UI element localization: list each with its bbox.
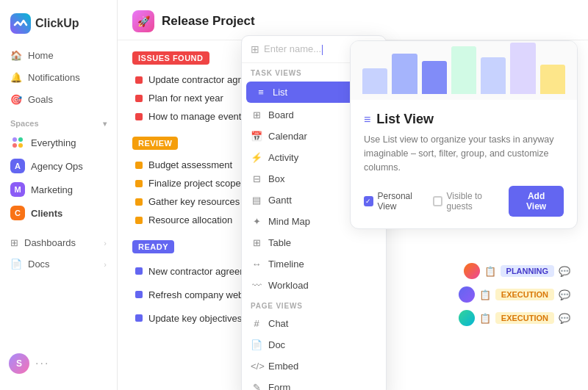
task-status-dot xyxy=(135,162,143,169)
sidebar-item-home-label: Home xyxy=(28,50,54,61)
home-icon: 🏠 xyxy=(10,49,22,61)
view-timeline[interactable]: ↔ Timeline xyxy=(242,253,386,275)
chevron-right-icon: › xyxy=(104,239,107,248)
sidebar-item-goals[interactable]: 🎯 Goals xyxy=(4,88,112,110)
activity-icon: ⚡ xyxy=(251,152,262,163)
view-picker-dropdown[interactable]: ⊞ Enter name... TASK VIEWS ≡ List ⊞ Boar… xyxy=(241,35,387,390)
view-embed-label: Embed xyxy=(268,361,298,372)
sidebar-item-goals-label: Goals xyxy=(28,94,53,105)
docs-icon: 📄 xyxy=(10,259,22,270)
sidebar-item-marketing[interactable]: M Marketing xyxy=(4,178,112,201)
task-text: Gather key resources xyxy=(148,196,240,207)
view-activity[interactable]: ⚡ Activity xyxy=(242,147,386,168)
view-chat[interactable]: # Chat xyxy=(242,313,386,334)
calendar-view-icon: 📅 xyxy=(251,131,262,142)
view-activity-label: Activity xyxy=(268,152,298,163)
task-text: How to manage event... xyxy=(148,111,249,122)
dropdown-search-placeholder: Enter name... xyxy=(264,43,377,55)
task-meta: 📋 PLANNING 💬 xyxy=(464,263,570,279)
task-status-dot xyxy=(135,76,143,84)
view-board[interactable]: ⊞ Board xyxy=(242,104,386,126)
user-avatar[interactable]: S xyxy=(9,353,29,374)
assignee-avatar xyxy=(459,310,475,326)
task-status-dot xyxy=(135,291,143,298)
project-icon: 🚀 xyxy=(132,10,154,32)
task-status-dot xyxy=(135,180,143,187)
chevron-right-icon-2: › xyxy=(104,260,107,269)
task-badge: EXECUTION xyxy=(495,312,554,324)
logo[interactable]: ClickUp xyxy=(0,9,117,44)
embed-icon: </> xyxy=(251,361,262,372)
everything-icon xyxy=(10,135,25,150)
bell-icon: 🔔 xyxy=(10,71,22,83)
agency-ops-avatar: A xyxy=(10,159,25,173)
svg-point-1 xyxy=(12,137,17,142)
sidebar-item-docs[interactable]: 📄 Docs › xyxy=(4,253,112,275)
section-issues-found-header: ISSUES FOUND xyxy=(132,51,209,65)
comment-icon: 💬 xyxy=(559,289,570,300)
sidebar-item-home[interactable]: 🏠 Home xyxy=(4,44,112,66)
everything-label: Everything xyxy=(31,137,76,148)
view-box[interactable]: ⊟ Box xyxy=(242,168,386,189)
task-text: Plan for next year xyxy=(148,93,223,104)
task-badge: EXECUTION xyxy=(495,289,554,300)
task-text: Budget assessment xyxy=(148,159,232,170)
main-content: 🚀 Release Project ISSUES FOUND Update co… xyxy=(118,0,588,390)
view-workload[interactable]: 〰 Workload xyxy=(242,275,386,296)
sidebar-item-agency-ops[interactable]: A Agency Ops xyxy=(4,154,112,178)
page-views-label: PAGE VIEWS xyxy=(242,296,386,313)
chevron-down-icon: ▾ xyxy=(103,120,107,128)
svg-point-4 xyxy=(18,143,23,148)
sidebar-footer: S ··· xyxy=(0,346,117,381)
board-icon: ⊞ xyxy=(251,109,262,120)
footer-more-icon[interactable]: ··· xyxy=(35,357,49,370)
calendar-icon: 📋 xyxy=(484,266,496,277)
view-form[interactable]: ✎ Form xyxy=(242,377,386,390)
gantt-icon: ▤ xyxy=(251,195,262,206)
project-title: Release Project xyxy=(162,14,255,29)
main-header: 🚀 Release Project xyxy=(118,0,588,40)
view-timeline-label: Timeline xyxy=(268,259,304,270)
clients-label: Clients xyxy=(31,208,62,219)
view-list-label: List xyxy=(273,87,287,98)
comment-icon: 💬 xyxy=(559,266,570,277)
task-views-label: TASK VIEWS xyxy=(242,63,386,80)
sidebar-item-notifications-label: Notifications xyxy=(28,72,80,83)
sidebar-item-dashboards[interactable]: ⊞ Dashboards › xyxy=(4,232,112,253)
dashboards-label: Dashboards xyxy=(24,237,76,248)
sidebar-item-everything[interactable]: Everything xyxy=(4,131,112,154)
clients-avatar: C xyxy=(10,206,25,220)
view-mindmap-label: Mind Map xyxy=(268,216,310,227)
task-text: Update contractor agr... xyxy=(148,74,248,85)
task-text: Finalize project scope... xyxy=(148,178,249,189)
svg-point-3 xyxy=(12,143,17,148)
view-form-label: Form xyxy=(268,382,290,390)
goals-icon: 🎯 xyxy=(10,93,22,105)
spaces-nav: Everything A Agency Ops M Marketing C Cl… xyxy=(0,131,117,225)
view-calendar[interactable]: 📅 Calendar xyxy=(242,126,386,147)
assignee-avatar xyxy=(459,286,475,303)
calendar-icon: 📋 xyxy=(479,313,491,324)
task-text: Resource allocation xyxy=(148,214,232,225)
view-table[interactable]: ⊞ Table xyxy=(242,232,386,253)
box-icon: ⊟ xyxy=(251,173,262,184)
docs-label: Docs xyxy=(28,259,50,270)
task-status-dot xyxy=(135,198,143,206)
doc-icon: 📄 xyxy=(251,339,262,350)
task-status-dot xyxy=(135,95,143,102)
view-list[interactable]: ≡ List xyxy=(246,82,381,103)
task-status-dot xyxy=(135,113,143,120)
view-gantt[interactable]: ▤ Gantt xyxy=(242,189,386,211)
sidebar-item-clients[interactable]: C Clients xyxy=(4,201,112,225)
sidebar-nav: 🏠 Home 🔔 Notifications 🎯 Goals xyxy=(0,44,117,110)
view-gantt-label: Gantt xyxy=(268,195,292,206)
marketing-avatar: M xyxy=(10,182,25,197)
view-embed[interactable]: </> Embed xyxy=(242,355,386,377)
app-title: ClickUp xyxy=(35,17,79,30)
view-mindmap[interactable]: ✦ Mind Map xyxy=(242,211,386,232)
sidebar-item-notifications[interactable]: 🔔 Notifications xyxy=(4,66,112,88)
list-icon: ≡ xyxy=(255,87,267,98)
task-meta: 📋 EXECUTION 💬 xyxy=(459,310,570,326)
table-icon: ⊞ xyxy=(251,237,262,248)
view-doc[interactable]: 📄 Doc xyxy=(242,334,386,355)
